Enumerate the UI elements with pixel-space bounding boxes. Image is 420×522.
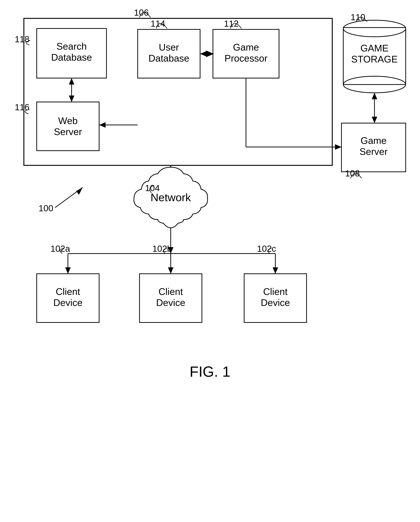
label-108: 108 bbox=[345, 169, 360, 178]
client-device-c-label: Client bbox=[263, 286, 288, 297]
label-118: 118 bbox=[15, 34, 29, 44]
client-device-b-label: Client bbox=[159, 286, 183, 297]
game-processor-label2: Processor bbox=[225, 53, 267, 64]
svg-marker-24 bbox=[65, 267, 71, 274]
label-102c: 102c bbox=[257, 244, 276, 253]
label-102b: 102b bbox=[152, 244, 172, 253]
web-server-label2: Server bbox=[54, 126, 82, 137]
game-storage-label: GAME bbox=[360, 43, 388, 54]
client-device-a-label: Client bbox=[56, 286, 80, 297]
label-106: 106 bbox=[134, 8, 149, 17]
svg-marker-1 bbox=[69, 78, 74, 84]
user-database-label: User bbox=[159, 42, 179, 53]
search-database-label: Search bbox=[57, 41, 87, 52]
svg-marker-16 bbox=[372, 117, 377, 123]
game-storage-top bbox=[343, 20, 406, 37]
label-100: 100 bbox=[38, 203, 53, 213]
figure-title: FIG. 1 bbox=[190, 363, 230, 380]
svg-marker-15 bbox=[372, 93, 377, 99]
client-device-a-label2: Device bbox=[53, 297, 82, 308]
svg-marker-2 bbox=[69, 96, 74, 102]
search-database-label2: Database bbox=[51, 52, 92, 63]
network-label: Network bbox=[150, 191, 191, 204]
game-server-label: Game bbox=[360, 135, 387, 146]
game-processor-label: Game bbox=[233, 42, 259, 53]
game-server-label2: Server bbox=[360, 146, 388, 157]
diagram: 106 118 Search Database 114 User Databas… bbox=[0, 0, 420, 522]
svg-marker-28 bbox=[273, 267, 278, 274]
label-102a: 102a bbox=[51, 244, 70, 253]
label-114: 114 bbox=[150, 19, 165, 29]
svg-marker-26 bbox=[168, 267, 173, 274]
label-116: 116 bbox=[15, 102, 29, 112]
svg-marker-30 bbox=[76, 187, 82, 195]
label-104: 104 bbox=[145, 183, 160, 193]
game-storage-label2: STORAGE bbox=[351, 54, 398, 64]
svg-marker-4 bbox=[99, 122, 105, 128]
web-server-label: Web bbox=[58, 115, 78, 126]
user-database-label2: Database bbox=[149, 53, 189, 64]
server-cluster-box bbox=[24, 18, 332, 165]
client-device-c-label2: Device bbox=[261, 297, 290, 308]
client-device-b-label2: Device bbox=[156, 297, 185, 308]
svg-marker-13 bbox=[335, 144, 341, 150]
network-cloud: Network bbox=[134, 167, 207, 228]
